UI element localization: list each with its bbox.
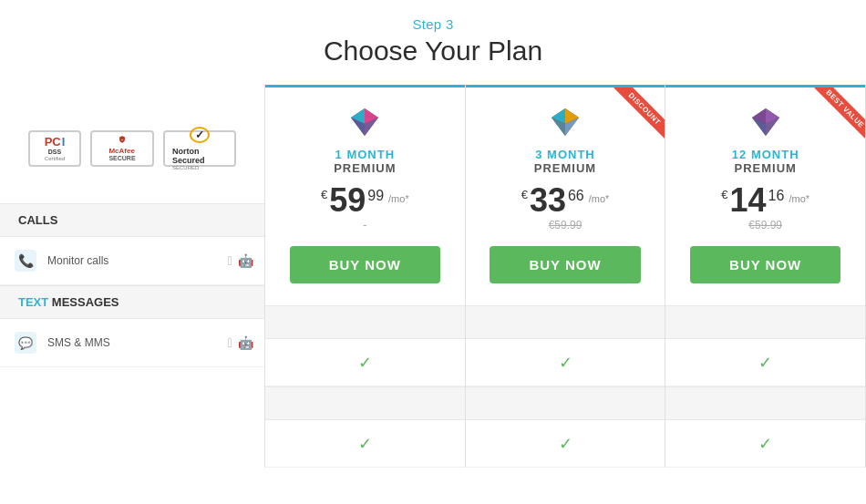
plan-3month-calls-spacer [466,305,665,339]
best-value-ribbon: BEST VALUE [792,87,865,160]
message-icon: 💬 [11,328,40,357]
monitor-calls-label: Monitor calls [47,254,228,267]
os-icons-sms:  🤖 [228,335,253,350]
plan-3month-type: PREMIUM [534,161,596,175]
plan-1month-monitor-calls: ✓ [265,339,465,386]
plan-1month-original [364,219,366,233]
checkmark-3month-calls: ✓ [559,353,572,373]
os-icons-calls:  🤖 [228,253,253,268]
plan-12month-calls-spacer [665,305,865,339]
svg-text:💬: 💬 [18,335,34,351]
checkmark-3month-sms: ✓ [559,434,572,454]
plan-12month-type: PREMIUM [734,161,796,175]
text-messages-section: TEXT MESSAGES 💬 SMS & MMS  🤖 [0,285,264,367]
plan-12month-monitor-calls: ✓ [665,339,865,386]
trust-badges: PCI DSS Certified M McAfee SECURE [0,85,264,203]
phone-icon: 📞 [11,246,40,275]
plan-1month-logo [342,104,387,140]
calls-section-header: CALLS [0,203,264,237]
plan-3month-logo [542,104,588,140]
android-icon-sms: 🤖 [238,335,253,350]
mcafee-shield-icon: M [114,136,130,143]
checkmark-12month-sms: ✓ [758,434,772,454]
plan-12month-sms: ✓ [665,420,865,468]
plan-12month: BEST VALUE 12 MONTH PREMIUM € 14 16 [665,85,866,468]
apple-icon-sms:  [228,335,232,350]
plan-12month-original: €59.99 [748,219,782,233]
monitor-calls-row: 📞 Monitor calls  🤖 [0,237,264,285]
plan-3month-header: DISCOUNT 3 MONTH PREMIUM € 33 66 [466,85,665,305]
plan-12month-period: 12 MONTH [732,148,799,161]
text-messages-header: TEXT MESSAGES [0,285,264,319]
page-title: Choose Your Plan [324,36,542,67]
plan-12month-logo [743,104,789,140]
checkmark-1month-sms: ✓ [358,434,372,454]
plan-12month-sms-spacer [665,386,865,420]
plan-1month-price: € 59 99 /mo* [321,184,409,217]
plan-3month-sms: ✓ [466,420,665,468]
svg-text:M: M [121,139,123,141]
buy-12month-button[interactable]: BUY NOW [690,246,840,283]
plan-12month-header: BEST VALUE 12 MONTH PREMIUM € 14 16 [665,85,865,305]
checkmark-1month-calls: ✓ [358,353,372,373]
checkmark-12month-calls: ✓ [758,353,772,373]
mcafee-badge: M McAfee SECURE [90,130,154,167]
plan-1month-sms-spacer [265,386,465,420]
svg-text:📞: 📞 [18,253,35,269]
plan-12month-price: € 14 16 /mo* [721,184,809,217]
plan-1month-type: PREMIUM [334,161,396,175]
plan-1month: 1 MONTH PREMIUM € 59 99 /mo* BUY NOW ✓ [264,85,465,468]
apple-icon:  [228,253,232,268]
plan-1month-header: 1 MONTH PREMIUM € 59 99 /mo* BUY NOW [265,85,465,305]
discount-ribbon: DISCOUNT [592,87,665,160]
norton-check-icon: ✓ [190,127,210,143]
plan-3month: DISCOUNT 3 MONTH PREMIUM € 33 66 [465,85,665,468]
plan-3month-sms-spacer [466,386,665,420]
sms-mms-label: SMS & MMS [47,336,228,349]
page-wrapper: Step 3 Choose Your Plan PCI DSS Certifie… [0,0,866,468]
plan-3month-price: € 33 66 /mo* [521,184,610,217]
plans-area: 1 MONTH PREMIUM € 59 99 /mo* BUY NOW ✓ [264,85,866,468]
plan-1month-calls-spacer [265,305,465,339]
main-content: PCI DSS Certified M McAfee SECURE [0,85,866,468]
plan-3month-monitor-calls: ✓ [466,339,665,386]
pci-badge: PCI DSS Certified [28,130,81,167]
plan-3month-original: €59.99 [549,219,582,233]
plan-1month-sms: ✓ [265,420,465,468]
calls-section: CALLS 📞 Monitor calls  🤖 [0,203,264,285]
plan-1month-period: 1 MONTH [335,148,396,161]
sms-mms-row: 💬 SMS & MMS  🤖 [0,319,264,367]
buy-1month-button[interactable]: BUY NOW [290,246,440,283]
plan-3month-period: 3 MONTH [535,148,595,161]
sidebar: PCI DSS Certified M McAfee SECURE [0,85,264,468]
android-icon: 🤖 [238,253,253,268]
step-label: Step 3 [412,16,453,32]
norton-badge: ✓ Norton Secured SECURED [163,130,236,167]
buy-3month-button[interactable]: BUY NOW [490,246,640,283]
